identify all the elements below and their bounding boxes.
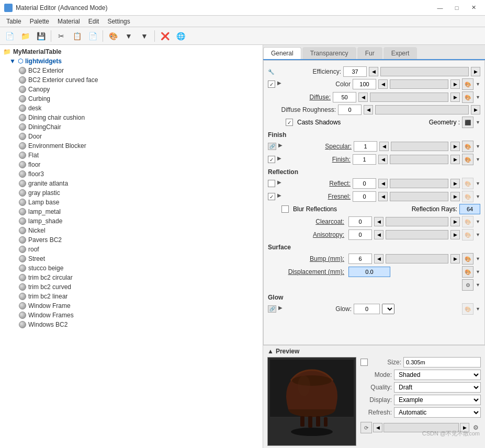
extra-menu-arrow[interactable]: ▼ [476,282,480,288]
reflect-input[interactable] [353,178,376,189]
fresnel-slider-right[interactable]: ▶ [450,192,460,201]
glow-input[interactable] [354,304,380,314]
tree-item-roof[interactable]: roof [0,245,263,254]
color-menu-arrow[interactable]: ▼ [476,82,480,87]
color-slider-right[interactable]: ▶ [450,79,460,89]
fresnel-dropdown[interactable]: ▶ [277,192,286,201]
menu-settings[interactable]: Settings [103,17,134,26]
anisotropy-slider-track[interactable] [386,230,448,239]
specular-label[interactable]: Specular: [289,143,352,150]
refresh-select[interactable]: Automatic [394,407,481,418]
copy-button[interactable]: 📋 [70,29,84,43]
diffuse-input[interactable] [333,92,356,102]
tree-item-bc2extcurved[interactable]: BC2 Exterior curved face [0,75,263,85]
clearcoat-input[interactable] [348,216,372,227]
anisotropy-slider-left[interactable]: ◀ [374,230,384,239]
reflect-slider-track[interactable] [390,179,448,188]
finish-input[interactable] [353,154,376,165]
clearcoat-slider-track[interactable] [386,217,448,226]
minimize-button[interactable]: — [433,3,447,13]
paint-button[interactable]: 🎨 [106,29,120,43]
maximize-button[interactable]: □ [449,3,464,13]
glow-dropdown[interactable]: ▶ [278,305,287,313]
diffuse-slider-left[interactable]: ◀ [358,93,368,102]
tree-item-envblocker[interactable]: Environment Blocker [0,141,263,151]
tree-item-nickel[interactable]: Nickel [0,226,263,235]
diffuse-menu-arrow[interactable]: ▼ [476,95,480,100]
color-input[interactable] [353,79,376,89]
diffuse-slider-track[interactable] [370,93,448,102]
tree-item-lampshade[interactable]: lamp_shade [0,216,263,226]
color-slider-track[interactable] [390,79,448,89]
diffuse-slider-right[interactable]: ▶ [450,93,460,102]
tree-item-street[interactable]: Street [0,254,263,263]
tab-fur[interactable]: Fur [357,47,382,59]
finish-slider-track[interactable] [390,155,448,164]
bump-picker-icon[interactable]: 🎨 [462,253,473,265]
color-checkbox[interactable] [268,81,275,88]
reflect-picker-icon[interactable]: 🎨 [462,178,473,189]
color-slider-left[interactable]: ◀ [378,79,388,89]
reflection-rays-input[interactable] [459,204,480,214]
clearcoat-slider-right[interactable]: ▶ [450,217,460,226]
reflect-slider-left[interactable]: ◀ [378,179,388,188]
menu-table[interactable]: Table [2,17,26,26]
efficiency-input[interactable] [343,66,367,77]
size-checkbox[interactable] [360,359,368,366]
fresnel-label[interactable]: Fresnel: [288,193,351,200]
fresnel-picker-icon[interactable]: 🎨 [462,191,473,202]
fresnel-input[interactable] [353,191,376,202]
specular-dropdown[interactable]: ▶ [278,142,287,151]
paste-button[interactable]: 📄 [85,29,100,43]
color-picker-icon[interactable]: 🎨 [462,78,473,90]
roughness-slider-left[interactable]: ◀ [364,105,373,114]
tree-item-paversbc2[interactable]: Pavers BC2 [0,235,263,245]
menu-material[interactable]: Material [53,17,84,26]
finish-dropdown[interactable]: ▶ [277,155,286,164]
reflect-slider-right[interactable]: ▶ [450,179,460,188]
geometry-dropdown[interactable]: ▼ [476,120,480,125]
tree-item-diningchair-cushion[interactable]: Dining chair cushion [0,113,263,122]
anisotropy-label[interactable]: Anisotropy: [268,231,346,238]
casts-shadows-checkbox[interactable] [286,119,293,126]
quality-select[interactable]: Draft [394,382,481,393]
tree-root[interactable]: 📁 MyMaterialTable [0,47,263,56]
fresnel-slider-track[interactable] [390,192,448,201]
finish-checkbox[interactable] [268,156,275,163]
bump-slider-left[interactable]: ◀ [374,254,384,263]
anisotropy-menu-arrow[interactable]: ▼ [476,232,480,237]
menu-palette[interactable]: Palette [26,17,53,26]
tree-item-windowsbc2[interactable]: Windows BC2 [0,320,263,329]
filter-button[interactable]: ▼ [137,29,152,43]
tree-item-bc2exterior[interactable]: BC2 Exterior [0,66,263,75]
anisotropy-picker-icon[interactable]: 🎨 [462,229,473,240]
efficiency-slider-track[interactable] [380,67,469,76]
tree-item-granite[interactable]: granite atlanta [0,179,263,188]
displacement-input[interactable] [348,267,390,277]
displacement-picker-icon[interactable]: 🎨 [462,266,473,278]
anisotropy-slider-right[interactable]: ▶ [450,230,460,239]
clearcoat-slider-left[interactable]: ◀ [374,217,384,226]
tree-item-trimlinear[interactable]: trim bc2 linear [0,292,263,301]
tree-item-desk[interactable]: desk [0,104,263,113]
anisotropy-input[interactable] [348,229,372,240]
diffuse-label[interactable]: Diffuse: [268,94,331,101]
diffuse-picker-icon[interactable]: 🎨 [462,91,473,103]
display-select[interactable]: Example [394,395,481,405]
specular-input[interactable] [354,141,377,152]
open-button[interactable]: 📁 [18,29,32,43]
bump-label[interactable]: Bump (mm): [268,255,346,262]
tree-item-canopy[interactable]: Canopy [0,85,263,94]
tree-item-diningchair[interactable]: DiningChair [0,122,263,132]
mode-select[interactable]: Shaded [394,370,481,380]
fresnel-menu-arrow[interactable]: ▼ [476,194,480,199]
preview-rotate-icon[interactable]: ⟳ [360,422,372,433]
cut-button[interactable]: ✂ [54,29,69,43]
tree-item-grayplastic[interactable]: gray plastic [0,188,263,198]
specular-slider-right[interactable]: ▶ [450,142,460,151]
global-button[interactable]: 🌐 [173,29,188,43]
tree-item-curbing[interactable]: Curbing [0,94,263,104]
close-button[interactable]: ✕ [466,3,481,13]
blur-reflections-checkbox[interactable] [281,205,289,213]
displacement-label[interactable]: Displacement (mm): [268,268,346,275]
